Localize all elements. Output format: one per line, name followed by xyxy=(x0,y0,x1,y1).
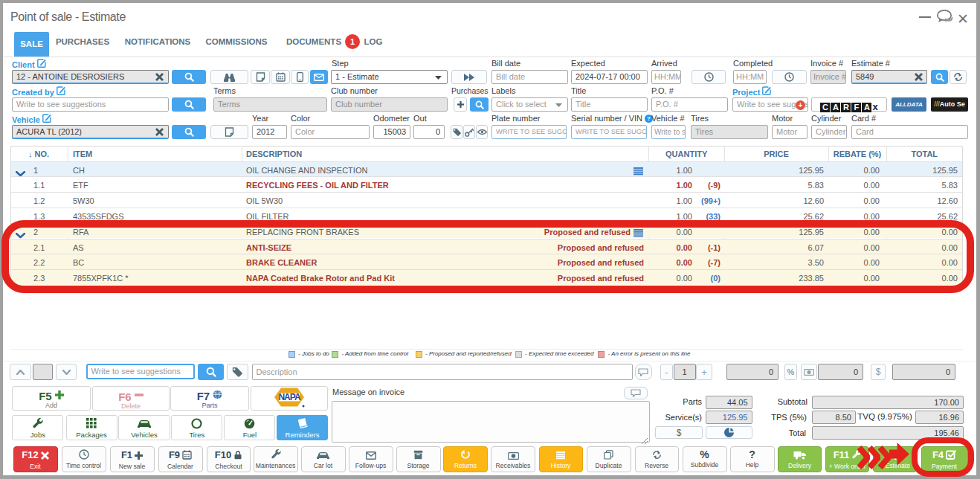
svg-text:NAPA: NAPA xyxy=(278,392,300,402)
